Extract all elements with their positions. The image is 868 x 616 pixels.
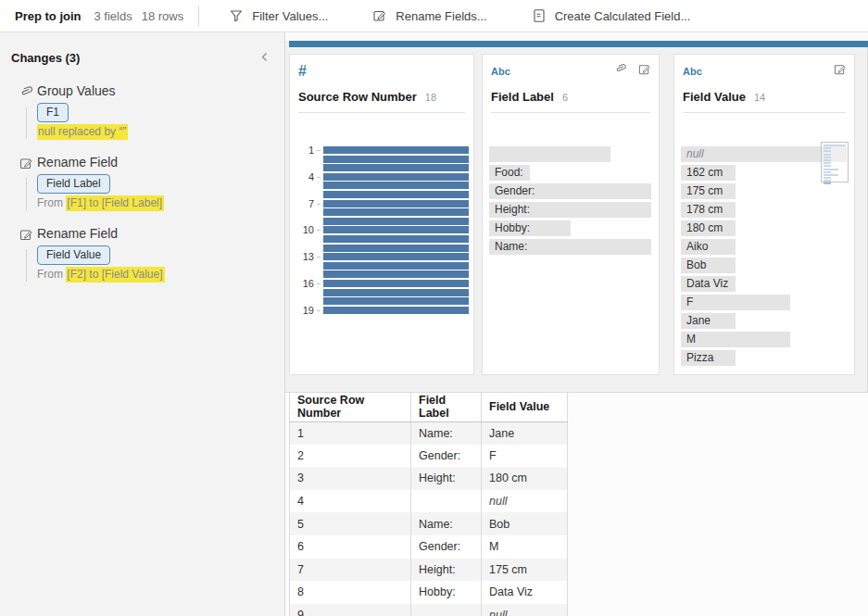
table-cell[interactable]: 7 [290,559,411,582]
table-cell[interactable]: Gender: [411,535,482,559]
grid-header-row: Source Row Number Field Label Field Valu… [290,393,568,421]
table-cell[interactable]: Gender: [411,445,482,468]
histogram-bar[interactable] [323,307,469,314]
change-item-rename-field-value[interactable]: Rename Field Field Value From [F2] to [F… [0,226,284,282]
table-cell[interactable]: Data Viz [482,581,568,604]
value-row[interactable]: Height: [489,202,651,218]
change-detail: null replaced by “” [37,125,284,139]
string-type-icon[interactable]: Abc [683,66,702,77]
axis-tick-label: 13 [292,252,314,262]
histogram-bar[interactable] [323,173,469,181]
field-name: Source Row Number [298,90,417,104]
value-row[interactable]: F [681,295,847,310]
table-cell[interactable]: Height: [411,467,482,490]
grid-header-field-label[interactable]: Field Label [411,393,482,421]
value-row[interactable]: Jane [681,313,847,329]
field-chip: Field Value [37,245,110,265]
table-cell[interactable]: F [482,445,568,468]
table-cell[interactable]: 9 [290,604,411,616]
table-cell[interactable]: Hobby: [411,581,482,604]
value-row[interactable]: 180 cm [681,220,847,236]
grid-header-field-value[interactable]: Field Value [482,393,568,421]
table-cell[interactable]: M [482,535,568,559]
histogram-bar[interactable] [323,253,469,260]
table-row: 8Hobby:Data Viz [290,581,568,604]
histogram-bar[interactable] [323,245,469,252]
table-cell[interactable]: Name: [411,512,482,535]
table-cell[interactable]: 3 [290,467,411,490]
axis-tick-mark [317,177,321,178]
scroll-overview-minimap[interactable] [821,142,849,192]
value-row[interactable] [489,146,651,162]
value-row[interactable]: Food: [489,165,651,181]
number-type-icon[interactable]: # [298,63,307,80]
filter-values-button[interactable]: Filter Values... [227,5,330,27]
table-cell[interactable]: Bob [482,512,568,535]
table-cell[interactable]: 180 cm [482,467,568,490]
profile-card-source-row-number: # Source Row Number 18 14710131619 [289,54,474,375]
table-cell[interactable]: 8 [290,581,411,604]
histogram-bar[interactable] [323,262,469,270]
profile-card-field-label: Abc Field Label 6 Food:Gender [482,54,660,375]
value-row[interactable]: Name: [489,239,651,255]
value-row[interactable]: Pizza [681,350,847,366]
axis-tick-label: 19 [292,306,314,316]
value-row[interactable]: M [681,332,847,347]
change-detail-highlight: [F2] to [Field Value] [66,267,164,283]
value-label: Jane [681,313,847,329]
histogram-bar[interactable] [323,208,469,216]
value-row[interactable]: Hobby: [489,220,651,236]
field-header[interactable]: Field Value 14 [683,90,847,104]
axis-tick-mark [317,204,321,205]
histogram-bar[interactable] [323,182,469,189]
histogram-bar[interactable] [323,200,469,207]
rename-fields-label: Rename Fields... [396,9,486,23]
change-item-connector [26,107,27,139]
table-cell[interactable]: null [482,604,568,616]
value-row[interactable]: Data Viz [681,276,847,292]
create-calculated-field-button[interactable]: Create Calculated Field... [530,5,693,27]
change-item-rename-field-label[interactable]: Rename Field Field Label From [F1] to [F… [0,155,284,210]
histogram-bar[interactable] [323,235,469,243]
change-item-group-values[interactable]: Group Values F1 null replaced by “” [0,83,284,139]
table-cell[interactable] [411,604,482,616]
field-label-values: Food:Gender:Height:Hobby:Name: [489,146,651,255]
table-cell[interactable] [411,490,482,513]
grid-header-source-row-number[interactable]: Source Row Number [290,393,411,421]
table-cell[interactable]: 5 [290,512,411,535]
table-cell[interactable]: 6 [290,535,411,559]
changes-panel: Changes (3) Group Values F1 null replace… [0,32,285,616]
table-cell[interactable]: 2 [290,445,411,468]
table-cell[interactable]: null [482,490,568,513]
histogram-bar[interactable] [323,156,469,163]
string-type-icon[interactable]: Abc [491,66,510,77]
rename-fields-button[interactable]: Rename Fields... [371,5,488,27]
value-row[interactable]: Bob [681,258,847,273]
value-label: Data Viz [681,276,847,292]
table-row: 5Name:Bob [290,512,568,535]
collapse-panel-button[interactable] [258,49,271,67]
change-detail-prefix: From [37,268,66,281]
table-cell[interactable]: Jane [482,421,568,445]
histogram-bar[interactable] [323,270,469,278]
histogram-bar[interactable] [323,226,469,233]
edit-icon [19,155,33,174]
table-cell[interactable]: 175 cm [482,559,568,582]
histogram-bar[interactable] [323,280,469,287]
histogram-bar[interactable] [323,164,469,171]
table-cell[interactable]: 1 [290,421,411,445]
histogram-bar[interactable] [323,146,469,154]
value-row[interactable]: 178 cm [681,202,847,218]
table-cell[interactable]: Name: [411,421,482,445]
histogram-bar[interactable] [323,191,469,198]
field-header[interactable]: Source Row Number 18 [298,90,466,104]
field-header[interactable]: Field Label 6 [491,90,651,104]
table-cell[interactable]: Height: [411,559,482,582]
axis-tick-mark [317,283,321,284]
histogram-bar[interactable] [323,218,469,225]
histogram-bar[interactable] [323,297,469,305]
histogram-bar[interactable] [323,289,469,296]
value-row[interactable]: Gender: [489,183,651,199]
table-cell[interactable]: 4 [290,490,411,513]
value-row[interactable]: Aiko [681,239,847,255]
